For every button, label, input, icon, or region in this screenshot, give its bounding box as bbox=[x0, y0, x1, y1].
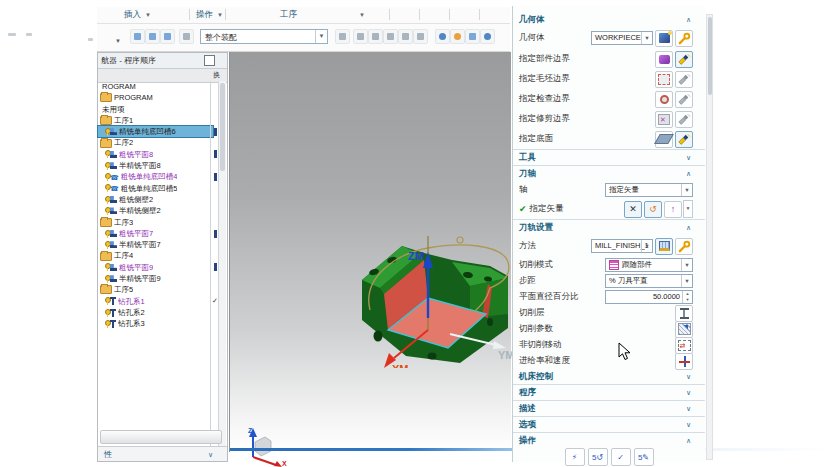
wireframe-view-icon[interactable] bbox=[465, 29, 480, 44]
axis-combo[interactable]: 指定矢量▼ bbox=[605, 183, 693, 197]
chevron-down-icon[interactable]: ▼ bbox=[355, 9, 365, 19]
panel-scrollbar-thumb[interactable] bbox=[708, 17, 713, 95]
tree-horizontal-scrollbar[interactable] bbox=[100, 430, 222, 444]
section-path-settings[interactable]: 刀轨设置∧ bbox=[513, 219, 705, 235]
display-boundary-button[interactable] bbox=[675, 131, 693, 148]
dependencies-section-header[interactable]: 性 ∨ bbox=[98, 446, 227, 461]
tree-item[interactable]: 半精铣平面9 bbox=[98, 273, 213, 284]
tree-item[interactable]: 粗铣平面9 bbox=[98, 262, 213, 273]
tree-item[interactable]: 钻孔系2 bbox=[98, 307, 213, 318]
display-boundary-button[interactable] bbox=[675, 111, 693, 128]
section-collapsed[interactable]: 机床控制∨ bbox=[513, 369, 705, 384]
section-actions[interactable]: 操作∧ bbox=[513, 432, 705, 448]
section-tool[interactable]: 工具∨ bbox=[513, 149, 705, 165]
list-toolpath-button[interactable]: 5✎ bbox=[634, 448, 654, 466]
link-faces-icon[interactable] bbox=[130, 29, 145, 44]
orient-view-icon[interactable] bbox=[435, 29, 450, 44]
tree-item[interactable]: 工序1 bbox=[98, 115, 213, 126]
tree-item[interactable]: 工序2 bbox=[98, 137, 213, 148]
menu-operation[interactable]: 工序 bbox=[280, 9, 297, 21]
select-face-icon[interactable] bbox=[368, 29, 383, 44]
select-vertex-icon[interactable] bbox=[398, 29, 413, 44]
find-icon[interactable] bbox=[335, 29, 350, 44]
select-body-icon[interactable] bbox=[413, 29, 428, 44]
tree-scrollbar-thumb[interactable] bbox=[220, 83, 225, 171]
chevron-down-icon: ▼ bbox=[641, 32, 652, 44]
drill-op-icon bbox=[110, 309, 116, 317]
graphics-viewport[interactable]: ZM XM YM bbox=[229, 52, 511, 452]
menu-insert[interactable]: 插入▼ bbox=[124, 9, 151, 21]
parameter-label: 切削参数 bbox=[519, 323, 673, 335]
menu-actions[interactable]: 操作▼ bbox=[196, 9, 223, 21]
tree-item[interactable]: ☎粗铣单纯底凹槽4 bbox=[98, 171, 213, 182]
tree-item[interactable]: 粗铣侧壁2 bbox=[98, 194, 213, 205]
vector-dialog-button[interactable]: ✕ bbox=[624, 201, 642, 218]
tree-item[interactable]: 工序3 bbox=[98, 217, 213, 228]
section-geometry[interactable]: 几何体∧ bbox=[513, 12, 705, 27]
tree-item[interactable]: 钻孔系1 bbox=[98, 296, 213, 307]
edit-method-button[interactable] bbox=[675, 238, 693, 255]
section-tool-axis[interactable]: 刀轴∧ bbox=[513, 165, 705, 181]
new-method-button[interactable] bbox=[655, 238, 673, 255]
shaded-view-icon[interactable] bbox=[450, 29, 465, 44]
open-dialog-button[interactable] bbox=[675, 321, 693, 338]
link-edges-icon[interactable] bbox=[145, 29, 160, 44]
tree-item[interactable]: 粗铣平面8 bbox=[98, 149, 213, 160]
workpiece-model[interactable]: ZM XM YM bbox=[340, 218, 520, 368]
spinner-icon[interactable]: ▲▼ bbox=[682, 291, 692, 303]
edit-geometry-button[interactable] bbox=[675, 30, 693, 47]
inferred-vector-button[interactable]: ↺ bbox=[644, 201, 662, 218]
selection-scope-combo[interactable]: 整个装配 ▼ bbox=[200, 29, 328, 44]
select-boundary-button[interactable] bbox=[655, 131, 673, 148]
section-collapsed[interactable]: 程序∨ bbox=[513, 384, 705, 400]
display-boundary-button[interactable] bbox=[675, 51, 693, 68]
zc-axis-button[interactable]: ↑ bbox=[664, 201, 682, 218]
tree-item[interactable]: 精铣单纯底凹槽6 bbox=[98, 126, 213, 137]
open-dialog-button[interactable] bbox=[675, 305, 693, 322]
snap-icon[interactable] bbox=[179, 29, 194, 44]
tree-item[interactable]: 半精铣侧壁2 bbox=[98, 205, 213, 216]
tree-item[interactable]: 粗铣平面7 bbox=[98, 228, 213, 239]
geometry-combo[interactable]: WORKPIECE▼ bbox=[591, 31, 653, 45]
generate-toolpath-button[interactable]: ⚡ bbox=[565, 448, 585, 466]
panel-scrollbar[interactable] bbox=[706, 14, 713, 460]
undock-panel-icon[interactable] bbox=[204, 55, 215, 66]
tree-scrollbar[interactable] bbox=[218, 81, 226, 455]
link-points-icon[interactable] bbox=[160, 29, 175, 44]
chevron-down-icon[interactable]: ▼ bbox=[115, 38, 121, 44]
select-filter-icon[interactable] bbox=[353, 29, 368, 44]
select-boundary-button[interactable] bbox=[655, 91, 673, 108]
tree-item[interactable]: PROGRAM bbox=[98, 92, 213, 103]
tree-item[interactable]: 钻孔系3 bbox=[98, 318, 213, 329]
replay-toolpath-button[interactable]: 5↺ bbox=[588, 448, 608, 466]
new-geometry-button[interactable] bbox=[655, 30, 673, 47]
tree-item[interactable]: 工序5 bbox=[98, 284, 213, 295]
select-boundary-button[interactable] bbox=[655, 51, 673, 68]
verify-toolpath-button[interactable]: ✓ bbox=[611, 448, 631, 466]
mill-op-icon bbox=[110, 275, 117, 282]
tree-item[interactable]: 半精铣平面7 bbox=[98, 239, 213, 250]
section-collapsed[interactable]: 选项∨ bbox=[513, 416, 705, 432]
open-dialog-button[interactable] bbox=[675, 337, 693, 354]
select-boundary-button[interactable] bbox=[655, 111, 673, 128]
tree-item[interactable]: ROGRAM bbox=[98, 81, 213, 92]
chevron-down-icon: ∨ bbox=[686, 150, 691, 165]
select-edge-icon[interactable] bbox=[383, 29, 398, 44]
stepover-combo[interactable]: % 刀具平直▼ bbox=[605, 274, 693, 288]
open-dialog-button[interactable] bbox=[675, 353, 693, 370]
tree-item[interactable]: 未用项 bbox=[98, 104, 213, 115]
wcs-icon[interactable] bbox=[480, 29, 495, 44]
display-boundary-button[interactable] bbox=[675, 71, 693, 88]
key-icon bbox=[105, 297, 109, 305]
cut-mode-combo[interactable]: 跟随部件▼ bbox=[605, 258, 693, 272]
display-boundary-button[interactable] bbox=[675, 91, 693, 108]
tree-item[interactable]: ☎粗铣单纯底凹槽5 bbox=[98, 183, 213, 194]
method-combo[interactable]: MILL_FINISH_1▼ bbox=[591, 239, 653, 253]
tree-item[interactable]: 半精铣平面8 bbox=[98, 160, 213, 171]
diameter-percent-input[interactable]: 50.0000▲▼ bbox=[605, 290, 693, 304]
vector-options-dropdown[interactable]: ▼ bbox=[683, 200, 693, 218]
select-boundary-button[interactable] bbox=[655, 71, 673, 88]
regenerate-icon: ☎ bbox=[110, 185, 119, 192]
tree-item[interactable]: 工序4 bbox=[98, 250, 213, 261]
section-collapsed[interactable]: 描述∨ bbox=[513, 400, 705, 416]
